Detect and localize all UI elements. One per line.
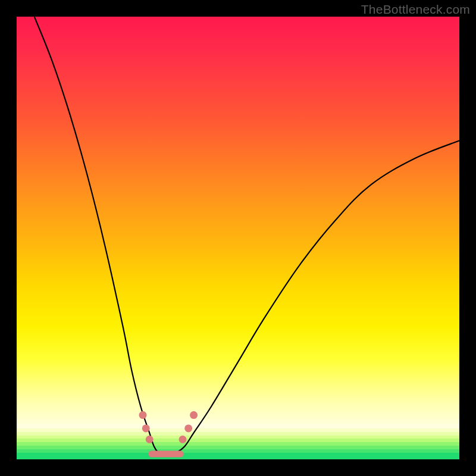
chart-frame: TheBottleneck.com (0, 0, 476, 476)
watermark-text: TheBottleneck.com (361, 2, 470, 17)
plot-area (17, 17, 459, 459)
curve-marker (184, 424, 192, 432)
curve-marker (179, 436, 187, 443)
curve-marker (190, 411, 198, 419)
curve-marker (142, 424, 150, 432)
curve-marker (146, 436, 154, 443)
curve-marker (139, 411, 147, 419)
bottleneck-curve-svg (17, 17, 459, 459)
bottleneck-curve (35, 17, 459, 455)
marker-group (139, 411, 198, 443)
